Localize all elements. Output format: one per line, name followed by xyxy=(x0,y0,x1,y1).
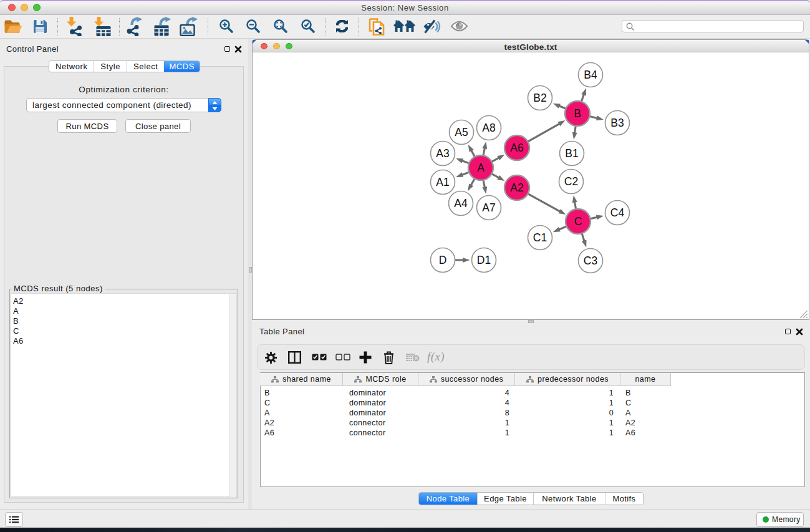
svg-text:B3: B3 xyxy=(610,117,624,129)
svg-text:D: D xyxy=(439,254,447,266)
svg-text:A4: A4 xyxy=(454,197,468,210)
svg-text:B1: B1 xyxy=(565,147,578,160)
svg-text:C2: C2 xyxy=(564,175,578,188)
svg-text:A3: A3 xyxy=(436,147,449,160)
svg-text:A: A xyxy=(477,162,485,174)
svg-text:B2: B2 xyxy=(533,92,546,104)
svg-text:A6: A6 xyxy=(510,142,523,154)
svg-text:D1: D1 xyxy=(477,254,491,266)
svg-text:A7: A7 xyxy=(482,201,495,214)
svg-text:A5: A5 xyxy=(455,126,468,138)
svg-text:C3: C3 xyxy=(584,254,597,267)
svg-text:A2: A2 xyxy=(510,181,523,194)
svg-text:B4: B4 xyxy=(584,69,597,81)
svg-text:C4: C4 xyxy=(610,206,625,219)
svg-text:C1: C1 xyxy=(533,231,547,244)
svg-text:A8: A8 xyxy=(482,122,495,134)
svg-text:B: B xyxy=(574,107,581,120)
svg-text:A1: A1 xyxy=(436,176,449,188)
svg-text:C: C xyxy=(574,215,582,228)
